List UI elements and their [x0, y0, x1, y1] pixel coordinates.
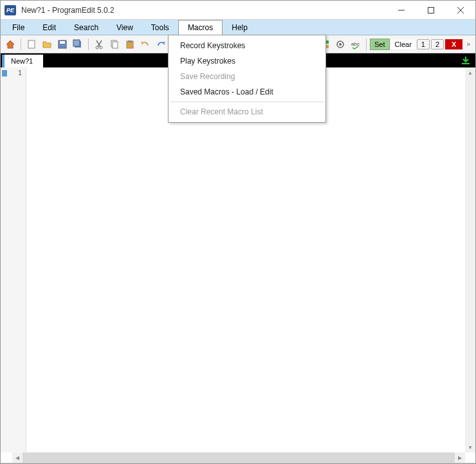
svg-rect-6	[60, 41, 65, 44]
spellcheck-icon[interactable]: abc	[349, 37, 363, 51]
text-editor[interactable]	[26, 67, 465, 452]
line-gutter: 1	[1, 67, 26, 452]
cut-icon[interactable]	[92, 37, 106, 51]
undo-icon[interactable]	[138, 37, 152, 51]
macros-dropdown: Record Keystrokes Play Keystrokes Save R…	[168, 35, 326, 123]
window-controls	[387, 1, 475, 20]
window-title: New?1 - ProgramEdit 5.0.2	[21, 6, 114, 15]
menu-record-keystrokes[interactable]: Record Keystrokes	[169, 38, 325, 53]
scroll-up-icon[interactable]: ▲	[465, 67, 475, 78]
svg-rect-12	[113, 42, 118, 48]
menu-macros[interactable]: Macros	[178, 20, 223, 35]
scroll-right-icon[interactable]: ▶	[455, 452, 465, 463]
app-icon: PE	[5, 5, 16, 15]
svg-point-9	[96, 46, 98, 49]
separator	[21, 39, 21, 50]
maximize-button[interactable]	[416, 1, 446, 20]
scroll-track[interactable]	[465, 78, 475, 442]
open-folder-icon[interactable]	[40, 37, 54, 51]
save-all-icon[interactable]	[71, 37, 85, 51]
svg-point-10	[100, 46, 102, 49]
menu-search[interactable]: Search	[65, 20, 107, 35]
save-icon[interactable]	[55, 37, 69, 51]
svg-point-20	[339, 43, 342, 46]
menubar: File Edit Search View Tools Macros Help	[1, 20, 475, 35]
vertical-scrollbar[interactable]: ▲ ▼	[465, 67, 475, 452]
menu-tools[interactable]: Tools	[142, 20, 178, 35]
titlebar: PE New?1 - ProgramEdit 5.0.2	[1, 1, 475, 20]
clear-button[interactable]: Clear	[391, 40, 416, 49]
close-x-button[interactable]: X	[445, 39, 462, 49]
horizontal-scrollbar[interactable]: ◀ ▶	[12, 452, 465, 463]
menu-play-keystrokes[interactable]: Play Keystrokes	[169, 53, 325, 69]
editor-area: 1 ▲ ▼	[1, 67, 475, 452]
scroll-down-icon[interactable]: ▼	[465, 442, 475, 452]
home-icon[interactable]	[3, 37, 17, 51]
svg-rect-14	[128, 40, 132, 42]
menu-save-recording: Save Recording	[169, 69, 325, 84]
line-marker-icon	[2, 70, 7, 76]
preset-2-button[interactable]: 2	[431, 39, 444, 49]
menu-view[interactable]: View	[107, 20, 142, 35]
menu-edit[interactable]: Edit	[33, 20, 65, 35]
document-tab[interactable]: New?1	[2, 55, 43, 67]
menu-help[interactable]: Help	[223, 20, 257, 35]
copy-icon[interactable]	[107, 37, 122, 51]
paste-icon[interactable]	[123, 37, 137, 51]
preset-1-button[interactable]: 1	[417, 39, 430, 49]
menu-saved-macros[interactable]: Saved Macros - Load / Edit	[169, 84, 325, 100]
gear-icon[interactable]	[333, 37, 347, 51]
close-button[interactable]	[446, 1, 475, 20]
menu-clear-recent-macros: Clear Recent Macro List	[169, 104, 325, 120]
svg-rect-8	[73, 40, 80, 46]
set-button[interactable]: Set	[370, 39, 390, 50]
separator	[366, 39, 367, 50]
menu-separator	[170, 102, 324, 102]
menu-file[interactable]: File	[3, 20, 33, 35]
overflow-chevron-icon[interactable]: »	[464, 40, 473, 48]
new-file-icon[interactable]	[24, 37, 39, 51]
svg-rect-1	[428, 7, 434, 13]
scroll-track[interactable]	[23, 452, 455, 463]
svg-text:abc: abc	[351, 41, 360, 47]
scroll-left-icon[interactable]: ◀	[12, 452, 23, 463]
redo-icon[interactable]	[154, 37, 168, 51]
svg-rect-4	[28, 40, 35, 48]
minimize-button[interactable]	[387, 1, 416, 20]
download-icon[interactable]	[460, 55, 471, 66]
separator	[88, 39, 89, 50]
